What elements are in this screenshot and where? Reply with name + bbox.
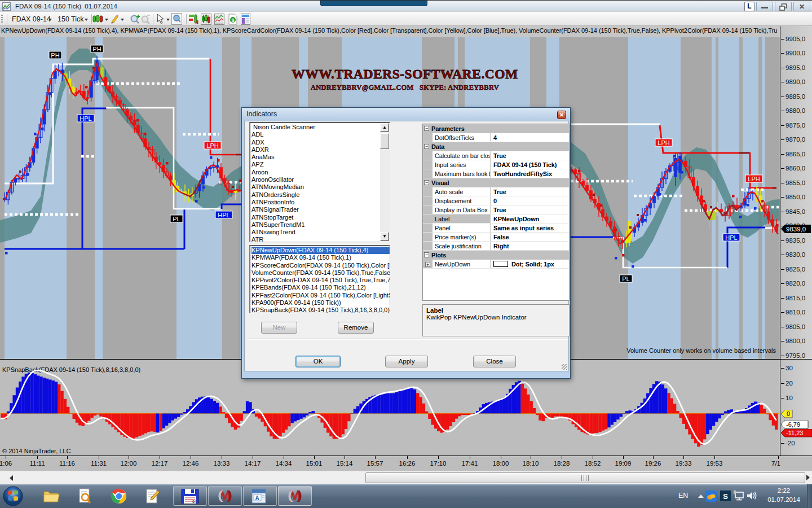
svg-text:© 2014 NinjaTrader, LLC: © 2014 NinjaTrader, LLC [2, 448, 70, 454]
svg-text:LPH: LPH [748, 176, 760, 182]
svg-text:HPL: HPL [218, 212, 230, 218]
svg-text:Volume Counter only works on v: Volume Counter only works on volume base… [626, 347, 776, 354]
svg-text:ANDREYBBRV@GMAIL.COM SKYPE:: ANDREYBBRV@GMAIL.COM SKYPE: ANDREYBBRV [311, 84, 499, 91]
svg-text:S: S [723, 492, 728, 501]
svg-text:PL: PL [622, 275, 629, 282]
svg-text:KPSnapBack(FDAX 09-14 (150 Tic: KPSnapBack(FDAX 09-14 (150 Tick),8,16,3,… [2, 366, 140, 373]
svg-text:PH: PH [92, 46, 101, 52]
svg-text:LPH: LPH [206, 142, 218, 149]
svg-text:HPL: HPL [80, 115, 91, 122]
svg-text:WWW.TRADERS-SOFTWARE.COM: WWW.TRADERS-SOFTWARE.COM [292, 67, 518, 81]
svg-text:-6,79: -6,79 [786, 421, 800, 428]
svg-text:LPH: LPH [657, 139, 669, 146]
svg-text:-11,23: -11,23 [786, 430, 803, 436]
svg-text:HPL: HPL [725, 234, 737, 241]
svg-text:A: A [255, 495, 259, 501]
svg-text:64: 64 [192, 500, 197, 503]
svg-text:$: $ [231, 17, 234, 23]
svg-text:0: 0 [787, 410, 790, 417]
svg-text:PH: PH [51, 52, 59, 59]
svg-text:PL: PL [173, 216, 180, 222]
svg-text:9839,0: 9839,0 [786, 226, 806, 233]
